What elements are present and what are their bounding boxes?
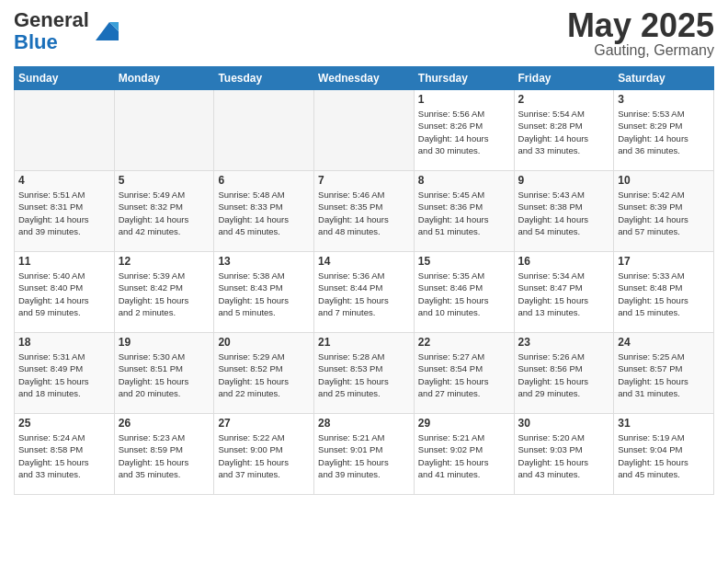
day-info: Sunrise: 5:28 AM Sunset: 8:53 PM Dayligh… — [318, 350, 410, 399]
day-number: 28 — [318, 417, 410, 430]
col-header-thursday: Thursday — [414, 67, 514, 90]
day-info: Sunrise: 5:53 AM Sunset: 8:29 PM Dayligh… — [618, 108, 710, 156]
logo-general-text: General — [14, 8, 89, 31]
day-info: Sunrise: 5:24 AM Sunset: 8:58 PM Dayligh… — [18, 431, 110, 480]
day-info: Sunrise: 5:26 AM Sunset: 8:56 PM Dayligh… — [518, 350, 610, 399]
logo-icon — [91, 17, 119, 45]
day-number: 29 — [418, 417, 510, 430]
day-info: Sunrise: 5:38 AM Sunset: 8:43 PM Dayligh… — [218, 270, 310, 318]
day-info: Sunrise: 5:43 AM Sunset: 8:38 PM Dayligh… — [518, 189, 610, 237]
day-info: Sunrise: 5:46 AM Sunset: 8:35 PM Dayligh… — [318, 189, 410, 237]
week-row-4: 18Sunrise: 5:31 AM Sunset: 8:49 PM Dayli… — [15, 333, 714, 414]
day-cell: 18Sunrise: 5:31 AM Sunset: 8:49 PM Dayli… — [15, 333, 115, 414]
day-cell: 17Sunrise: 5:33 AM Sunset: 8:48 PM Dayli… — [614, 252, 714, 333]
day-number: 11 — [18, 255, 110, 268]
day-cell — [114, 90, 214, 171]
day-number: 21 — [318, 336, 410, 349]
day-number: 15 — [418, 255, 510, 268]
day-cell: 25Sunrise: 5:24 AM Sunset: 8:58 PM Dayli… — [15, 414, 115, 495]
week-row-2: 4Sunrise: 5:51 AM Sunset: 8:31 PM Daylig… — [15, 171, 714, 252]
week-row-3: 11Sunrise: 5:40 AM Sunset: 8:40 PM Dayli… — [15, 252, 714, 333]
day-cell: 10Sunrise: 5:42 AM Sunset: 8:39 PM Dayli… — [614, 171, 714, 252]
day-number: 17 — [618, 255, 710, 268]
day-cell — [15, 90, 115, 171]
logo: General Blue — [14, 9, 119, 53]
col-header-tuesday: Tuesday — [214, 67, 314, 90]
day-info: Sunrise: 5:19 AM Sunset: 9:04 PM Dayligh… — [618, 431, 710, 480]
day-number: 5 — [119, 174, 210, 187]
day-number: 9 — [518, 174, 610, 187]
day-cell: 21Sunrise: 5:28 AM Sunset: 8:53 PM Dayli… — [314, 333, 415, 414]
col-header-monday: Monday — [114, 67, 214, 90]
day-info: Sunrise: 5:25 AM Sunset: 8:57 PM Dayligh… — [618, 350, 710, 399]
day-info: Sunrise: 5:35 AM Sunset: 8:46 PM Dayligh… — [418, 270, 510, 318]
day-info: Sunrise: 5:39 AM Sunset: 8:42 PM Dayligh… — [119, 270, 210, 318]
day-number: 1 — [418, 93, 510, 106]
day-number: 10 — [618, 174, 710, 187]
day-cell: 7Sunrise: 5:46 AM Sunset: 8:35 PM Daylig… — [314, 171, 415, 252]
day-info: Sunrise: 5:27 AM Sunset: 8:54 PM Dayligh… — [418, 350, 510, 399]
col-header-friday: Friday — [514, 67, 614, 90]
day-number: 8 — [418, 174, 510, 187]
day-info: Sunrise: 5:40 AM Sunset: 8:40 PM Dayligh… — [18, 270, 110, 318]
day-info: Sunrise: 5:30 AM Sunset: 8:51 PM Dayligh… — [119, 350, 210, 399]
day-number: 13 — [218, 255, 310, 268]
title-block: May 2025 Gauting, Germany — [567, 9, 714, 59]
day-info: Sunrise: 5:42 AM Sunset: 8:39 PM Dayligh… — [618, 189, 710, 237]
day-info: Sunrise: 5:36 AM Sunset: 8:44 PM Dayligh… — [318, 270, 410, 318]
day-number: 12 — [119, 255, 210, 268]
day-info: Sunrise: 5:23 AM Sunset: 8:59 PM Dayligh… — [119, 431, 210, 480]
day-cell: 19Sunrise: 5:30 AM Sunset: 8:51 PM Dayli… — [114, 333, 214, 414]
day-info: Sunrise: 5:22 AM Sunset: 9:00 PM Dayligh… — [218, 431, 310, 480]
day-cell: 16Sunrise: 5:34 AM Sunset: 8:47 PM Dayli… — [514, 252, 614, 333]
day-cell: 2Sunrise: 5:54 AM Sunset: 8:28 PM Daylig… — [514, 90, 614, 171]
day-cell: 15Sunrise: 5:35 AM Sunset: 8:46 PM Dayli… — [414, 252, 514, 333]
day-cell — [214, 90, 314, 171]
day-cell: 6Sunrise: 5:48 AM Sunset: 8:33 PM Daylig… — [214, 171, 314, 252]
day-number: 18 — [18, 336, 110, 349]
day-number: 24 — [618, 336, 710, 349]
day-number: 19 — [119, 336, 210, 349]
day-cell: 4Sunrise: 5:51 AM Sunset: 8:31 PM Daylig… — [15, 171, 115, 252]
day-info: Sunrise: 5:45 AM Sunset: 8:36 PM Dayligh… — [418, 189, 510, 237]
day-info: Sunrise: 5:21 AM Sunset: 9:02 PM Dayligh… — [418, 431, 510, 480]
day-info: Sunrise: 5:56 AM Sunset: 8:26 PM Dayligh… — [418, 108, 510, 156]
day-cell: 20Sunrise: 5:29 AM Sunset: 8:52 PM Dayli… — [214, 333, 314, 414]
location: Gauting, Germany — [567, 42, 714, 59]
day-cell: 12Sunrise: 5:39 AM Sunset: 8:42 PM Dayli… — [114, 252, 214, 333]
col-header-wednesday: Wednesday — [314, 67, 415, 90]
day-info: Sunrise: 5:33 AM Sunset: 8:48 PM Dayligh… — [618, 270, 710, 318]
day-info: Sunrise: 5:31 AM Sunset: 8:49 PM Dayligh… — [18, 350, 110, 399]
day-cell: 30Sunrise: 5:20 AM Sunset: 9:03 PM Dayli… — [514, 414, 614, 495]
day-info: Sunrise: 5:20 AM Sunset: 9:03 PM Dayligh… — [518, 431, 610, 480]
day-cell: 26Sunrise: 5:23 AM Sunset: 8:59 PM Dayli… — [114, 414, 214, 495]
day-number: 30 — [518, 417, 610, 430]
day-cell: 31Sunrise: 5:19 AM Sunset: 9:04 PM Dayli… — [614, 414, 714, 495]
day-number: 16 — [518, 255, 610, 268]
day-info: Sunrise: 5:29 AM Sunset: 8:52 PM Dayligh… — [218, 350, 310, 399]
day-cell: 28Sunrise: 5:21 AM Sunset: 9:01 PM Dayli… — [314, 414, 415, 495]
day-number: 7 — [318, 174, 410, 187]
day-number: 23 — [518, 336, 610, 349]
day-cell — [314, 90, 415, 171]
day-info: Sunrise: 5:49 AM Sunset: 8:32 PM Dayligh… — [119, 189, 210, 237]
day-number: 25 — [18, 417, 110, 430]
day-number: 3 — [618, 93, 710, 106]
day-cell: 27Sunrise: 5:22 AM Sunset: 9:00 PM Dayli… — [214, 414, 314, 495]
day-info: Sunrise: 5:34 AM Sunset: 8:47 PM Dayligh… — [518, 270, 610, 318]
day-cell: 3Sunrise: 5:53 AM Sunset: 8:29 PM Daylig… — [614, 90, 714, 171]
day-cell: 5Sunrise: 5:49 AM Sunset: 8:32 PM Daylig… — [114, 171, 214, 252]
day-info: Sunrise: 5:51 AM Sunset: 8:31 PM Dayligh… — [18, 189, 110, 237]
header: General Blue May 2025 Gauting, Germany — [14, 9, 714, 59]
day-number: 22 — [418, 336, 510, 349]
col-header-sunday: Sunday — [15, 67, 115, 90]
day-cell: 11Sunrise: 5:40 AM Sunset: 8:40 PM Dayli… — [15, 252, 115, 333]
day-cell: 29Sunrise: 5:21 AM Sunset: 9:02 PM Dayli… — [414, 414, 514, 495]
week-row-1: 1Sunrise: 5:56 AM Sunset: 8:26 PM Daylig… — [15, 90, 714, 171]
day-cell: 22Sunrise: 5:27 AM Sunset: 8:54 PM Dayli… — [414, 333, 514, 414]
day-number: 14 — [318, 255, 410, 268]
day-cell: 14Sunrise: 5:36 AM Sunset: 8:44 PM Dayli… — [314, 252, 415, 333]
header-row: SundayMondayTuesdayWednesdayThursdayFrid… — [15, 67, 714, 90]
calendar-table: SundayMondayTuesdayWednesdayThursdayFrid… — [14, 66, 714, 495]
day-number: 6 — [218, 174, 310, 187]
